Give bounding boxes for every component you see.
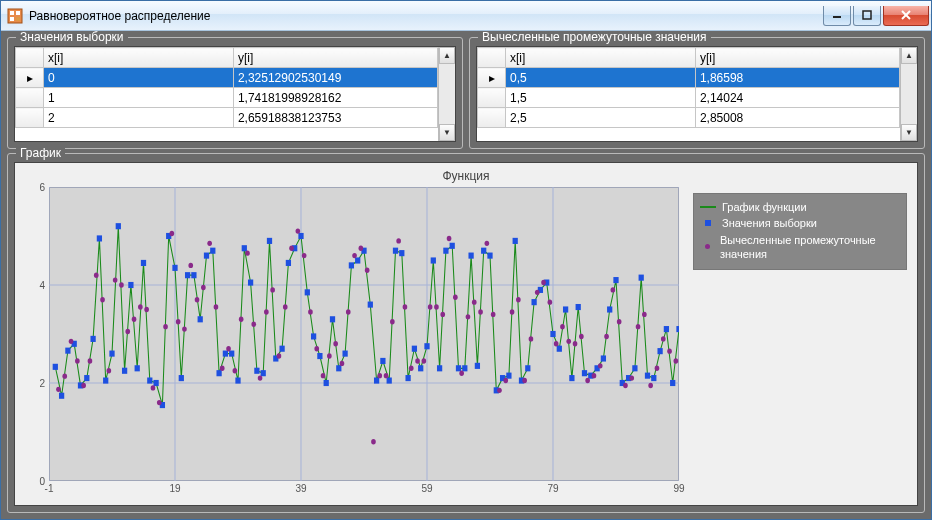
cell[interactable]: 1 <box>44 88 234 108</box>
close-button[interactable] <box>883 6 929 26</box>
svg-point-195 <box>535 290 540 295</box>
svg-point-196 <box>541 280 546 285</box>
svg-rect-6 <box>863 11 871 19</box>
svg-point-150 <box>251 322 256 327</box>
cell[interactable]: 0 <box>44 68 234 88</box>
minimize-button[interactable] <box>823 6 851 26</box>
svg-point-188 <box>491 312 496 317</box>
svg-rect-41 <box>191 272 196 278</box>
svg-point-205 <box>598 363 603 368</box>
svg-point-156 <box>289 246 294 251</box>
svg-point-170 <box>377 373 382 378</box>
cell[interactable]: 2,14024 <box>695 88 899 108</box>
table-row[interactable]: 1 1,74181998928162 <box>16 88 438 108</box>
svg-rect-117 <box>670 380 675 386</box>
maximize-button[interactable] <box>853 6 881 26</box>
svg-rect-66 <box>349 262 354 268</box>
svg-rect-19 <box>53 364 58 370</box>
x-tick-label: 79 <box>547 483 558 494</box>
table-row[interactable]: 2 2,65918838123753 <box>16 108 438 128</box>
svg-point-203 <box>585 378 590 383</box>
x-tick-label: 99 <box>673 483 684 494</box>
svg-point-135 <box>157 400 162 405</box>
y-tick-label: 4 <box>39 280 45 291</box>
svg-point-157 <box>296 228 301 233</box>
computed-col-y[interactable]: y[i] <box>695 48 899 68</box>
svg-rect-73 <box>393 248 398 254</box>
svg-rect-106 <box>601 355 606 361</box>
grids-row: Значения выборки x[i] y[i] ▸ <box>7 37 925 149</box>
svg-rect-61 <box>317 353 322 359</box>
grid-corner[interactable] <box>478 48 506 68</box>
svg-rect-28 <box>109 351 114 357</box>
svg-point-190 <box>503 378 508 383</box>
svg-point-192 <box>516 297 521 302</box>
legend-label: Вычесленные промежуточные значения <box>720 233 900 262</box>
cell[interactable]: 2,5 <box>506 108 696 128</box>
cell[interactable]: 1,86598 <box>695 68 899 88</box>
cell[interactable]: 2,65918838123753 <box>233 108 437 128</box>
app-icon <box>7 8 23 24</box>
titlebar[interactable]: Равновероятное распределение <box>1 1 931 31</box>
current-row-icon: ▸ <box>27 71 33 85</box>
svg-rect-76 <box>412 346 417 352</box>
scroll-up-icon[interactable]: ▲ <box>439 47 455 64</box>
svg-point-194 <box>529 336 534 341</box>
y-axis-ticks: 0246 <box>19 187 47 481</box>
svg-point-161 <box>321 373 326 378</box>
table-row[interactable]: ▸ 0 2,32512902530149 <box>16 68 438 88</box>
svg-rect-50 <box>248 279 253 285</box>
chart-area: Функция 0246 -11939597999 График функции <box>14 162 918 506</box>
svg-point-199 <box>560 324 565 329</box>
svg-rect-116 <box>664 326 669 332</box>
cell[interactable]: 2,85008 <box>695 108 899 128</box>
table-row[interactable]: ▸ 0,5 1,86598 <box>478 68 900 88</box>
svg-rect-38 <box>172 265 177 271</box>
cell[interactable]: 2 <box>44 108 234 128</box>
cell[interactable]: 2,32512902530149 <box>233 68 437 88</box>
svg-rect-60 <box>311 333 316 339</box>
table-row[interactable]: 1,5 2,14024 <box>478 88 900 108</box>
sample-scrollbar[interactable]: ▲ ▼ <box>438 47 455 141</box>
svg-point-216 <box>667 348 672 353</box>
svg-point-141 <box>195 297 200 302</box>
app-window: Равновероятное распределение Значения вы… <box>0 0 932 520</box>
svg-point-206 <box>604 334 609 339</box>
cell[interactable]: 0,5 <box>506 68 696 88</box>
chart-group: График Функция 0246 -11939597999 <box>7 153 925 513</box>
svg-rect-25 <box>90 336 95 342</box>
svg-point-197 <box>548 299 553 304</box>
svg-rect-78 <box>424 343 429 349</box>
svg-rect-75 <box>405 375 410 381</box>
svg-rect-80 <box>437 365 442 371</box>
cell[interactable]: 1,74181998928162 <box>233 88 437 108</box>
table-row[interactable]: 2,5 2,85008 <box>478 108 900 128</box>
computed-col-x[interactable]: x[i] <box>506 48 696 68</box>
scroll-up-icon[interactable]: ▲ <box>901 47 917 64</box>
svg-rect-21 <box>65 348 70 354</box>
scroll-down-icon[interactable]: ▼ <box>439 124 455 141</box>
svg-point-208 <box>617 319 622 324</box>
computed-grid[interactable]: x[i] y[i] ▸ 0,5 1,86598 1,5 <box>477 47 900 141</box>
svg-rect-55 <box>279 346 284 352</box>
svg-point-152 <box>264 309 269 314</box>
computed-scrollbar[interactable]: ▲ ▼ <box>900 47 917 141</box>
computed-values-title: Вычесленные промежуточные значения <box>478 31 711 44</box>
grid-corner[interactable] <box>16 48 44 68</box>
svg-point-191 <box>510 309 515 314</box>
svg-rect-1 <box>10 11 14 15</box>
svg-rect-64 <box>336 365 341 371</box>
svg-point-176 <box>415 358 420 363</box>
sample-col-x[interactable]: x[i] <box>44 48 234 68</box>
cell[interactable]: 1,5 <box>506 88 696 108</box>
svg-point-139 <box>182 326 187 331</box>
sample-col-y[interactable]: y[i] <box>233 48 437 68</box>
svg-rect-92 <box>513 238 518 244</box>
sample-grid[interactable]: x[i] y[i] ▸ 0 2,32512902530149 1 <box>15 47 438 141</box>
svg-rect-45 <box>216 370 221 376</box>
svg-rect-107 <box>607 306 612 312</box>
svg-point-128 <box>113 277 118 282</box>
legend-label: График функции <box>722 200 807 214</box>
scroll-down-icon[interactable]: ▼ <box>901 124 917 141</box>
svg-point-145 <box>220 366 225 371</box>
